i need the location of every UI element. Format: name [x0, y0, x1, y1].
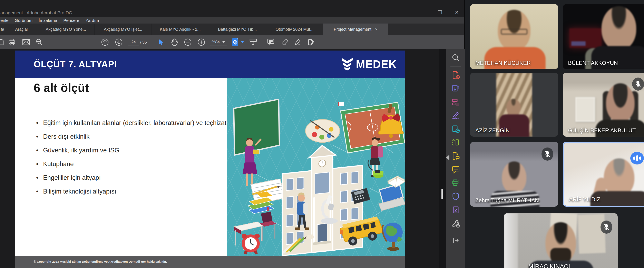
fit-page-chevron-icon[interactable]: [241, 41, 244, 43]
standards-icon[interactable]: [451, 205, 460, 214]
bullet-item: Eğitim için kullanılan alanlar (derslikl…: [34, 118, 228, 128]
tab-tools[interactable]: Araçlar: [6, 24, 37, 35]
bullet-item: Bilişim teknolojisi altyapısı: [34, 187, 228, 196]
menu-view[interactable]: Görünüm: [12, 18, 36, 23]
open-book-icon: [388, 176, 405, 187]
export-pdf-icon[interactable]: [451, 84, 460, 93]
zoom-level-value: %84: [212, 40, 220, 44]
restore-icon[interactable]: ❐: [437, 10, 443, 16]
fit-page-icon[interactable]: [232, 38, 240, 46]
tools-panel: [446, 49, 465, 268]
zoom-in-icon[interactable]: [197, 38, 206, 46]
doc-tab-4[interactable]: Battalgazi MYO Tıb...: [209, 24, 266, 35]
doc-tab-active-label: Project Management: [334, 27, 372, 32]
meeting-panel: METEHAN KÜÇÜKER BÜLENT AKKOYUN AZİZ ZENG…: [466, 0, 644, 268]
doc-tab-3[interactable]: Kale MYO Aşçılık - 2...: [152, 24, 209, 35]
expand-panel-icon[interactable]: [451, 236, 460, 245]
mic-muted-icon: [632, 78, 644, 91]
title-bar: anagement - Adobe Acrobat Pro DC – ❐ ✕: [0, 0, 464, 17]
slide-footer-band: © Copyright 2023 Mesleki Eğitim Değerlen…: [15, 256, 405, 268]
copyright-text: © Copyright 2023 Mesleki Eğitim Değerlen…: [34, 260, 167, 263]
scrollbar-thumb[interactable]: [442, 189, 443, 199]
slide-header-title: ÖLÇÜT 7. ALTYAPI: [34, 59, 117, 69]
comment-tool-icon[interactable]: [267, 38, 275, 46]
select-tool-icon[interactable]: [157, 38, 165, 46]
medek-logo-icon: [340, 56, 354, 72]
video-tile-aziz[interactable]: AZİZ ZENGİN: [470, 73, 558, 137]
main-toolbar: 24 / 35 %84: [0, 35, 464, 49]
close-icon[interactable]: ✕: [454, 10, 460, 16]
more-tools-icon[interactable]: [451, 219, 460, 228]
participant-name: METEHAN KÜÇÜKER: [475, 60, 531, 66]
menu-bar: enle Görünüm İmzalama Pencere Yardım: [0, 17, 464, 24]
tab-home-partial[interactable]: fa: [0, 24, 6, 35]
search-icon[interactable]: [35, 38, 43, 46]
tab-close-icon[interactable]: ×: [375, 27, 378, 32]
participant-name: GÜLÇİN BEKER AKBULUT: [568, 127, 636, 134]
review-document-icon[interactable]: [451, 151, 460, 160]
video-tile-bulent[interactable]: BÜLENT AKKOYUN: [563, 4, 644, 69]
acrobat-window: anagement - Adobe Acrobat Pro DC – ❐ ✕ e…: [0, 0, 465, 268]
next-page-icon[interactable]: [115, 38, 123, 46]
vertical-scrollbar[interactable]: [440, 49, 446, 268]
print-icon[interactable]: [8, 38, 16, 46]
comment-icon[interactable]: [451, 165, 460, 174]
save-icon[interactable]: [0, 38, 4, 46]
books-stack-icon: [248, 192, 274, 214]
paint-palette-icon: [306, 119, 340, 142]
fill-and-sign-icon[interactable]: [451, 111, 460, 120]
hand-tool-icon[interactable]: [170, 38, 178, 46]
page-number-input[interactable]: 24: [128, 39, 139, 45]
participant-name: AZİZ ZENGİN: [475, 127, 510, 134]
reading-mode-icon[interactable]: [249, 38, 257, 46]
medek-logo-text: MEDEK: [356, 58, 397, 70]
email-icon[interactable]: [22, 38, 30, 46]
send-for-signature-icon[interactable]: [451, 124, 460, 133]
slide-title: 6 alt ölçüt: [34, 81, 89, 94]
scan-and-ocr-icon[interactable]: [451, 138, 460, 147]
video-tile-zehra[interactable]: Zehra Tuğba MURATHAN: [470, 142, 558, 207]
video-tile-arif-active-speaker[interactable]: ARİF YILDIZ: [563, 142, 644, 207]
doc-tab-active[interactable]: Project Management ×: [323, 24, 388, 35]
protect-icon[interactable]: [451, 192, 460, 201]
search-document-icon[interactable]: [451, 53, 460, 62]
zoom-out-icon[interactable]: [184, 38, 192, 46]
doc-tab-1[interactable]: Akçadağ MYO Yöne...: [37, 24, 94, 35]
participant-name: MİRAÇ KINACI: [528, 263, 570, 268]
video-tile-mirac[interactable]: MİRAÇ KINACI: [504, 213, 618, 268]
menu-edit-partial[interactable]: enle: [0, 18, 12, 23]
mic-muted-icon: [542, 148, 553, 161]
window-controls: – ❐ ✕: [420, 10, 464, 16]
participant-video: [470, 4, 558, 69]
blackboard-teacher: [234, 99, 279, 186]
menu-sign[interactable]: İmzalama: [36, 18, 60, 23]
doc-tab-5[interactable]: Otomotiv 2024 Müf...: [266, 24, 323, 35]
bullet-item: Engelliler için altyapı: [34, 173, 228, 183]
globe-icon: [382, 223, 403, 251]
highlighter-icon[interactable]: [281, 38, 289, 46]
menu-help[interactable]: Yardım: [82, 18, 102, 23]
zoom-level-select[interactable]: %84: [210, 39, 227, 45]
participant-video: [470, 73, 558, 137]
video-tile-gulcin[interactable]: GÜLÇİN BEKER AKBULUT: [563, 73, 644, 137]
menu-window[interactable]: Pencere: [60, 18, 82, 23]
organize-pages-icon[interactable]: [451, 97, 460, 106]
chevron-down-icon: [222, 41, 225, 43]
school-illustration: [227, 78, 405, 256]
print-production-icon[interactable]: [451, 178, 460, 187]
alarm-clock-icon: [242, 234, 260, 254]
mic-muted-icon: [600, 221, 612, 234]
doc-tab-2[interactable]: Akçadağ MYO İşlet...: [94, 24, 152, 35]
pdf-page: ÖLÇÜT 7. ALTYAPI MEDEK 6 alt ölçüt Eğiti…: [15, 51, 405, 256]
minimize-icon[interactable]: –: [420, 10, 426, 16]
document-canvas[interactable]: ÖLÇÜT 7. ALTYAPI MEDEK 6 alt ölçüt Eğiti…: [0, 49, 440, 268]
fill-sign-icon[interactable]: [307, 38, 315, 46]
participant-name: BÜLENT AKKOYUN: [568, 60, 618, 66]
slide-header-band: ÖLÇÜT 7. ALTYAPI MEDEK: [15, 51, 405, 78]
video-tile-metehan[interactable]: METEHAN KÜÇÜKER: [470, 4, 558, 69]
laptop-icon: [378, 184, 405, 211]
create-pdf-icon[interactable]: [451, 70, 460, 79]
sign-pen-icon[interactable]: [294, 38, 302, 46]
previous-page-icon[interactable]: [101, 38, 109, 46]
bullet-item: Ders dışı etkinlik: [34, 132, 228, 141]
